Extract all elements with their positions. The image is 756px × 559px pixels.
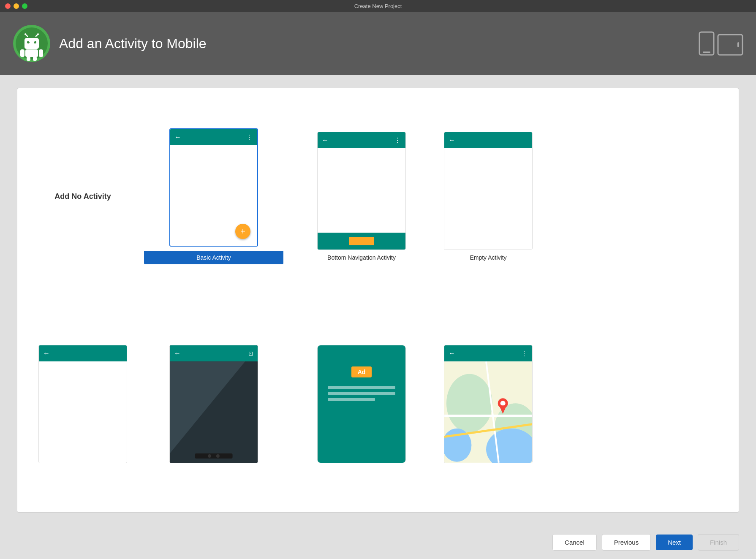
bottom-nav-bar	[318, 233, 405, 250]
fullscreen-body	[170, 361, 258, 463]
activity-card-ad[interactable]: Ad	[292, 345, 431, 463]
ad-card-body: Ad	[318, 345, 405, 463]
svg-point-24	[216, 454, 220, 458]
svg-rect-13	[33, 57, 37, 61]
svg-rect-9	[25, 49, 38, 57]
basic-activity-fab: +	[235, 224, 250, 239]
activity-card-maps[interactable]: ← ⋮	[440, 345, 537, 463]
basic-activity-body: +	[170, 145, 257, 246]
svg-point-34	[500, 401, 506, 406]
svg-point-23	[208, 454, 211, 458]
no-activity-label: Add No Activity	[54, 192, 111, 201]
svg-rect-22	[195, 453, 232, 459]
bottom-nav-indicator	[349, 237, 374, 245]
basic-activity-header: ← ⋮	[170, 129, 257, 145]
ad-lines	[328, 386, 395, 401]
svg-rect-17	[703, 52, 710, 53]
window-title: Create New Project	[354, 3, 402, 9]
empty-activity-label: Empty Activity	[470, 254, 506, 261]
next-button[interactable]: Next	[656, 535, 693, 550]
title-bar: Create New Project	[0, 0, 756, 12]
bottom-nav-label: Bottom Navigation Activity	[327, 254, 396, 261]
phone-icon	[699, 31, 715, 56]
ad-preview: Ad	[317, 345, 406, 463]
empty-activity-body	[444, 148, 532, 250]
tablet-icon	[717, 34, 743, 56]
svg-rect-19	[737, 42, 739, 47]
previous-button[interactable]: Previous	[602, 534, 651, 551]
ad-line-2	[328, 392, 395, 395]
device-icons	[699, 31, 743, 56]
svg-point-26	[446, 374, 492, 433]
bottom-bar: Cancel Previous Next Finish	[0, 525, 756, 559]
svg-point-6	[24, 33, 26, 35]
activity-card-bottom-nav[interactable]: ← ⋮ Bottom Navigation Activity	[292, 132, 431, 261]
activity-card-no-activity[interactable]: Add No Activity	[30, 192, 136, 201]
traffic-lights	[5, 3, 27, 9]
activity-grid: Add No Activity ← ⋮ + Basic Activity ← ⋮	[17, 88, 739, 513]
svg-rect-11	[39, 49, 43, 57]
finish-button[interactable]: Finish	[698, 534, 739, 551]
activity-card-basic[interactable]: ← ⋮ + Basic Activity	[144, 128, 283, 264]
fullscreen-header: ← ⊡	[170, 345, 258, 361]
empty-activity-preview: ←	[444, 132, 533, 250]
fragment-body	[39, 361, 127, 463]
ad-line-3	[328, 398, 375, 401]
svg-rect-16	[699, 32, 714, 55]
map-svg	[444, 361, 532, 463]
diagonal-svg	[170, 361, 258, 463]
ad-badge: Ad	[351, 366, 372, 377]
header-left: Add an Activity to Mobile	[13, 24, 207, 62]
bottom-nav-preview: ← ⋮	[317, 132, 406, 250]
basic-activity-preview: ← ⋮ +	[169, 128, 258, 247]
activity-card-empty[interactable]: ← Empty Activity	[440, 132, 537, 261]
maps-preview: ← ⋮	[444, 345, 533, 463]
fragment-header: ←	[39, 345, 127, 361]
basic-activity-label: Basic Activity	[144, 251, 283, 264]
maps-header: ← ⋮	[444, 345, 532, 361]
close-button[interactable]	[5, 3, 11, 9]
maps-body	[444, 361, 532, 463]
header-title: Add an Activity to Mobile	[59, 36, 207, 52]
minimize-button[interactable]	[14, 3, 19, 9]
svg-rect-10	[20, 49, 24, 57]
svg-point-8	[37, 33, 39, 35]
activity-card-fragment[interactable]: ←	[30, 345, 136, 463]
cancel-button[interactable]: Cancel	[552, 534, 597, 551]
activity-card-fullscreen[interactable]: ← ⊡	[144, 345, 283, 463]
android-studio-logo	[13, 24, 51, 62]
bottom-nav-body	[318, 148, 405, 250]
empty-activity-header: ←	[444, 132, 532, 148]
fragment-preview: ←	[38, 345, 127, 463]
main-content: Add No Activity ← ⋮ + Basic Activity ← ⋮	[0, 75, 756, 525]
bottom-nav-header: ← ⋮	[318, 132, 405, 148]
ad-line-1	[328, 386, 395, 389]
fullscreen-preview: ← ⊡	[169, 345, 258, 463]
header: Add an Activity to Mobile	[0, 12, 756, 75]
maximize-button[interactable]	[22, 3, 27, 9]
svg-rect-12	[27, 57, 30, 61]
